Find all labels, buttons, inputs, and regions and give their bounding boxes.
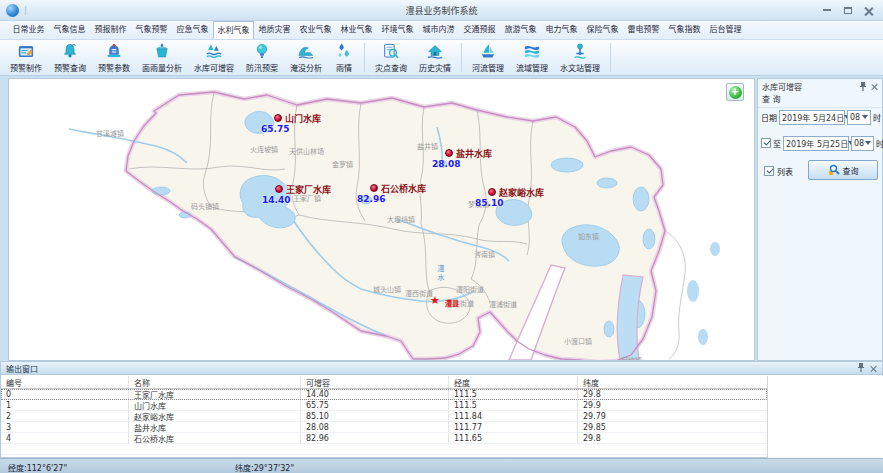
output-close-icon[interactable] bbox=[870, 365, 877, 372]
tool-label: 预警参数 bbox=[98, 62, 130, 73]
hour-suffix-label: 时 bbox=[876, 138, 883, 149]
pin-icon[interactable] bbox=[858, 82, 867, 92]
pin-icon[interactable] bbox=[856, 363, 865, 373]
tool-label: 预警制作 bbox=[10, 62, 42, 73]
reservoir-dot-icon[interactable] bbox=[274, 114, 282, 122]
table-row[interactable]: 0 王家厂水库 14.40 111.5 29.8 bbox=[1, 389, 767, 400]
date-to-select[interactable]: 2019年 5月25日 bbox=[783, 136, 849, 151]
tool-label: 水文站管理 bbox=[560, 62, 600, 73]
tool-reservoir-capacity[interactable]: 水库可增容 bbox=[188, 40, 240, 75]
tab-traffic-forecast[interactable]: 交通预报 bbox=[459, 21, 500, 39]
close-button[interactable] bbox=[858, 3, 879, 18]
tool-alert-query[interactable]: 预警查询 bbox=[48, 40, 92, 75]
query-button[interactable]: 查询 bbox=[808, 160, 878, 180]
reservoir-name: 王家厂水库 bbox=[286, 183, 331, 196]
reservoir-dot-icon[interactable] bbox=[275, 185, 283, 193]
cell-latitude: 29.85 bbox=[578, 422, 767, 432]
tool-label: 水库可增容 bbox=[194, 62, 234, 73]
tab-emergency-weather[interactable]: 应急气象 bbox=[172, 21, 213, 39]
tab-forestry-weather[interactable]: 林业气象 bbox=[336, 21, 377, 39]
reservoir-name: 盐井水库 bbox=[456, 147, 492, 160]
column-header[interactable]: 可增容 bbox=[301, 376, 449, 388]
tab-power-weather[interactable]: 电力气象 bbox=[541, 21, 582, 39]
tool-alert-compose[interactable]: 预警制作 bbox=[4, 40, 48, 75]
cell-longitude: 111.77 bbox=[449, 422, 578, 432]
panel-close-icon[interactable] bbox=[871, 83, 878, 90]
sailboat-icon bbox=[478, 42, 498, 61]
date-from-select[interactable]: 2019年 5月24日 bbox=[779, 110, 845, 125]
tab-weather-info[interactable]: 气象信息 bbox=[49, 21, 90, 39]
cell-id: 1 bbox=[1, 400, 129, 410]
map-canvas[interactable]: 甘溪滩镇 火连坡镇 天供山林场 金罗镇 盐井镇 码头铺镇 王家厂镇 梦溪镇 大堰… bbox=[8, 78, 755, 361]
date-to-value: 2019年 5月25日 bbox=[786, 138, 848, 149]
column-header[interactable]: 编号 bbox=[1, 376, 129, 388]
grid-blank-area bbox=[767, 376, 883, 458]
tool-areal-rainfall[interactable]: 面雨量分析 bbox=[136, 40, 188, 75]
town-label: 甘溪滩镇 bbox=[96, 128, 124, 138]
table-row[interactable]: 2 赵家峪水库 85.10 111.84 29.79 bbox=[1, 411, 767, 422]
hour-suffix-label: 时 bbox=[873, 112, 881, 123]
tool-basin-management[interactable]: 流域管理 bbox=[510, 40, 554, 75]
to-date-checkbox[interactable] bbox=[761, 138, 771, 148]
column-header[interactable]: 纬度 bbox=[578, 376, 767, 388]
river-label: 澧水 bbox=[435, 265, 445, 283]
reservoir-value: 82.96 bbox=[357, 194, 385, 204]
tab-forecast-making[interactable]: 预报制作 bbox=[90, 21, 131, 39]
tool-river-management[interactable]: 河流管理 bbox=[466, 40, 510, 75]
town-label: 天供山林场 bbox=[289, 146, 324, 156]
date-label: 日期 bbox=[761, 112, 777, 123]
cell-latitude: 29.9 bbox=[578, 400, 767, 410]
town-label: 小渡口镇 bbox=[564, 336, 592, 346]
reservoir-value: 65.75 bbox=[261, 124, 289, 134]
result-grid: 编号 名称 可增容 经度 纬度 0 王家厂水库 14.40 111.5 29.8… bbox=[1, 376, 767, 466]
basin-waves-icon bbox=[522, 42, 542, 61]
tool-disaster-point-query[interactable]: 灾点查询 bbox=[369, 40, 413, 75]
tab-hydrology-weather[interactable]: 水利气象 bbox=[213, 21, 254, 39]
tab-tourism-weather[interactable]: 旅游气象 bbox=[500, 21, 541, 39]
tool-inundation-analysis[interactable]: 淹没分析 bbox=[284, 40, 328, 75]
tab-weather-warning[interactable]: 气象预警 bbox=[131, 21, 172, 39]
bulb-icon bbox=[252, 42, 272, 61]
tab-agriculture-weather[interactable]: 农业气象 bbox=[295, 21, 336, 39]
reservoir-dot-icon[interactable] bbox=[445, 149, 453, 157]
table-row[interactable]: 4 石公桥水库 82.96 111.65 29.8 bbox=[1, 433, 767, 444]
map-zoom-button[interactable]: + bbox=[726, 83, 744, 101]
query-section-title: 查 询 bbox=[758, 92, 882, 108]
maximize-button[interactable] bbox=[837, 3, 858, 18]
column-header[interactable]: 经度 bbox=[449, 376, 578, 388]
tab-insurance-weather[interactable]: 保险气象 bbox=[582, 21, 623, 39]
tool-label: 灾点查询 bbox=[375, 62, 407, 73]
reservoir-value: 85.10 bbox=[475, 198, 503, 208]
tab-daily-business[interactable]: 日常业务 bbox=[8, 21, 49, 39]
table-row[interactable]: 1 山门水库 65.75 111.5 29.9 bbox=[1, 400, 767, 411]
tab-lightning-warning[interactable]: 雷电预警 bbox=[623, 21, 664, 39]
cell-name: 赵家峪水库 bbox=[129, 411, 301, 421]
tool-rain-condition[interactable]: 雨情 bbox=[328, 40, 360, 75]
query-button-label: 查询 bbox=[843, 165, 859, 176]
tab-urban-flood[interactable]: 城市内涝 bbox=[418, 21, 459, 39]
reservoir-value: 28.08 bbox=[432, 159, 460, 169]
town-label: 码头铺镇 bbox=[191, 201, 219, 211]
table-row[interactable]: 3 盐井水库 28.08 111.77 29.85 bbox=[1, 422, 767, 433]
hour-to-select[interactable]: 08 bbox=[851, 136, 874, 151]
tab-admin[interactable]: 后台管理 bbox=[705, 21, 746, 39]
grid-header-row: 编号 名称 可增容 经度 纬度 bbox=[1, 376, 767, 389]
tab-weather-index[interactable]: 气象指数 bbox=[664, 21, 705, 39]
tool-history-disaster[interactable]: 历史灾情 bbox=[413, 40, 457, 75]
reservoir-dot-icon[interactable] bbox=[370, 184, 378, 192]
tool-label: 雨情 bbox=[336, 62, 352, 73]
cell-name: 王家厂水库 bbox=[129, 389, 301, 399]
tab-environment-weather[interactable]: 环境气象 bbox=[377, 21, 418, 39]
tool-hydrostation-management[interactable]: 水文站管理 bbox=[554, 40, 606, 75]
tool-alert-params[interactable]: 预警参数 bbox=[92, 40, 136, 75]
hour-from-select[interactable]: 08 bbox=[847, 110, 871, 125]
tool-flood-plan[interactable]: 防汛预案 bbox=[240, 40, 284, 75]
reservoir-capacity-panel: 水库可增容 查 询 日期 2019年 5月24日 08 时 至 2019年 5月… bbox=[757, 78, 883, 361]
reservoir-dot-icon[interactable] bbox=[488, 188, 496, 196]
tab-geological-disaster[interactable]: 地质灾害 bbox=[254, 21, 295, 39]
empty-row bbox=[1, 444, 767, 455]
minimize-button[interactable] bbox=[816, 3, 837, 18]
column-header[interactable]: 名称 bbox=[129, 376, 301, 388]
list-checkbox[interactable] bbox=[764, 166, 774, 176]
output-window-title: 输出窗口 bbox=[6, 363, 38, 374]
